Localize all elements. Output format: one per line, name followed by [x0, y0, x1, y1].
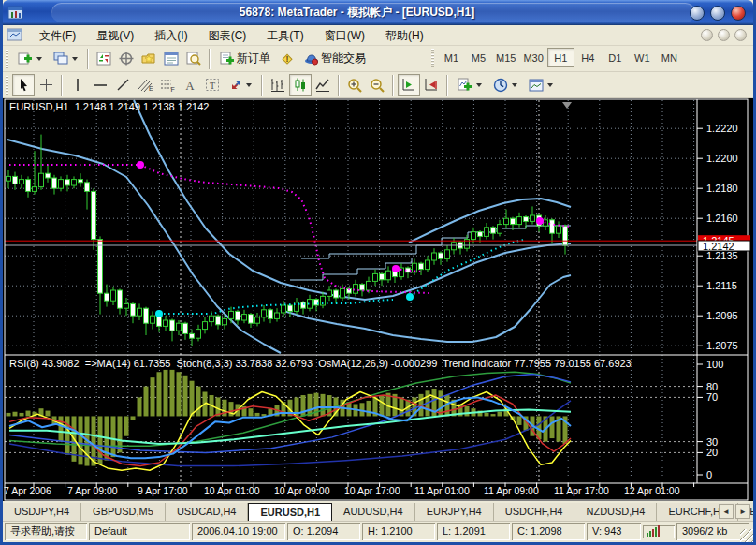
- candle: [504, 218, 509, 224]
- toolbar-separator: [61, 75, 63, 96]
- tab-audusd[interactable]: AUDUSD,H4: [332, 503, 415, 521]
- timeframes-toolbar: M1 M5 M15 M30 H1 H4 D1 W1 MN: [429, 48, 683, 67]
- title-bar[interactable]: 56878: MetaTrader - 模拟帐户 - [EURUSD,H1]: [3, 0, 753, 25]
- bar-chart-button[interactable]: [267, 74, 289, 96]
- data-window-button[interactable]: [115, 48, 138, 69]
- chart-shift-button[interactable]: [420, 74, 443, 96]
- svg-text:1.2135: 1.2135: [706, 250, 738, 261]
- strategy-tester-button[interactable]: [182, 48, 205, 69]
- chart-area[interactable]: 1.22201.22001.21801.21601.21351.21151.20…: [3, 98, 753, 501]
- svg-text:11 Apr 17:00: 11 Apr 17:00: [554, 485, 609, 496]
- arrows-button[interactable]: [224, 74, 257, 96]
- auto-scroll-button[interactable]: [398, 74, 420, 96]
- new-chart-button[interactable]: [12, 48, 48, 69]
- line-chart-button[interactable]: [312, 74, 334, 96]
- menu-view[interactable]: 显视(V): [86, 26, 144, 45]
- menu-tools[interactable]: 工具(T): [256, 26, 313, 45]
- metaeditor-button[interactable]: !: [276, 48, 298, 69]
- candle: [426, 260, 430, 270]
- timeframe-d1[interactable]: D1: [602, 48, 629, 67]
- tab-nzdusd[interactable]: NZDUSD,H4: [574, 503, 657, 521]
- vertical-line-button[interactable]: [66, 74, 89, 96]
- timeframe-mn[interactable]: MN: [656, 48, 683, 67]
- tab-eurusd-active[interactable]: EURUSD,H1: [248, 503, 332, 521]
- svg-text:100: 100: [706, 359, 723, 370]
- navigator-button[interactable]: [138, 48, 160, 69]
- status-open: O: 1.2094: [287, 523, 360, 540]
- menu-help[interactable]: 帮助(H): [375, 26, 434, 45]
- tabs-scroll-right-button[interactable]: ►: [735, 504, 750, 519]
- toolbar-separator: [209, 49, 211, 69]
- expert-advisors-button[interactable]: 智能交易: [298, 48, 371, 69]
- menu-insert[interactable]: 插入(I): [144, 26, 197, 45]
- candle: [92, 191, 96, 239]
- horizontal-line-button[interactable]: [89, 74, 111, 96]
- svg-text:10 Apr 09:00: 10 Apr 09:00: [274, 485, 330, 496]
- close-button[interactable]: [731, 6, 746, 21]
- svg-text:1.2200: 1.2200: [706, 153, 738, 164]
- fibonacci-button[interactable]: F: [156, 74, 179, 96]
- new-order-button[interactable]: 新订单: [214, 48, 276, 69]
- candle: [498, 225, 502, 234]
- candle: [360, 285, 365, 290]
- toolbar-grip[interactable]: [431, 49, 434, 67]
- timeframe-h4[interactable]: H4: [574, 48, 602, 67]
- toolbar-grip[interactable]: [6, 76, 8, 95]
- tab-eurjpy[interactable]: EURJPY,H4: [415, 503, 494, 521]
- trendline-button[interactable]: [111, 74, 134, 96]
- trail-dot: [155, 310, 163, 317]
- tab-usdchf[interactable]: USDCHF,H4: [494, 503, 575, 521]
- menu-window[interactable]: 窗口(W): [314, 26, 375, 45]
- child-restore-button[interactable]: [718, 29, 730, 41]
- equidistant-channel-button[interactable]: E: [134, 74, 156, 96]
- timeframe-m1[interactable]: M1: [438, 48, 465, 67]
- templates-button[interactable]: [523, 74, 559, 96]
- child-close-button[interactable]: [734, 29, 747, 41]
- tab-usdjpy[interactable]: USDJPY,H4: [3, 503, 81, 521]
- price-chart[interactable]: 1.22201.22001.21801.21601.21351.21151.20…: [3, 98, 753, 501]
- svg-text:1.2180: 1.2180: [706, 183, 738, 194]
- trail-dot: [536, 217, 544, 225]
- candle: [511, 218, 516, 224]
- crosshair-button[interactable]: [35, 74, 57, 96]
- candle: [531, 215, 535, 221]
- maximize-button[interactable]: [710, 6, 725, 21]
- status-low: L: 1.2091: [437, 523, 510, 540]
- cursor-button[interactable]: [12, 74, 35, 96]
- text-label-button[interactable]: T: [201, 74, 224, 96]
- menu-charts[interactable]: 图表(C): [198, 26, 257, 45]
- minimize-button[interactable]: [690, 6, 705, 21]
- market-watch-button[interactable]: [93, 48, 115, 69]
- timeframe-h1[interactable]: H1: [547, 48, 574, 67]
- tabs-scroll-left-button[interactable]: ◄: [719, 504, 734, 519]
- timeframe-w1[interactable]: W1: [629, 48, 656, 67]
- indicators-button[interactable]: [452, 74, 487, 96]
- tab-usdcad[interactable]: USDCAD,H4: [166, 503, 249, 521]
- candle: [517, 217, 522, 225]
- trail-dot: [406, 293, 414, 301]
- candle: [445, 250, 450, 259]
- indicator-values-line: RSI(8) 43.9082 =>MA(14) 61.7355 Stoch(8,…: [9, 358, 632, 369]
- terminal-button[interactable]: [160, 48, 182, 69]
- connection-signal-icon: [643, 525, 675, 538]
- child-minimize-button[interactable]: [701, 29, 713, 41]
- text-button[interactable]: A: [179, 74, 201, 96]
- periods-button[interactable]: [487, 74, 523, 96]
- resize-grip[interactable]: [740, 529, 753, 542]
- candle: [65, 180, 70, 185]
- new-order-label: 新订单: [237, 51, 270, 66]
- candle: [46, 173, 51, 178]
- svg-text:10 Apr 01:00: 10 Apr 01:00: [204, 485, 260, 496]
- candle: [439, 253, 443, 258]
- profiles-button[interactable]: [48, 48, 83, 69]
- candlestick-button[interactable]: [289, 74, 312, 96]
- zoom-out-button[interactable]: [366, 74, 388, 96]
- timeframe-m5[interactable]: M5: [465, 48, 492, 67]
- timeframe-m15[interactable]: M15: [492, 48, 519, 67]
- zoom-in-button[interactable]: [343, 74, 366, 96]
- svg-text:0: 0: [706, 469, 712, 480]
- timeframe-m30[interactable]: M30: [519, 48, 546, 67]
- tab-gbpusd[interactable]: GBPUSD,M5: [81, 503, 166, 521]
- menu-file[interactable]: 文件(F): [29, 26, 86, 45]
- toolbar-grip[interactable]: [6, 50, 8, 68]
